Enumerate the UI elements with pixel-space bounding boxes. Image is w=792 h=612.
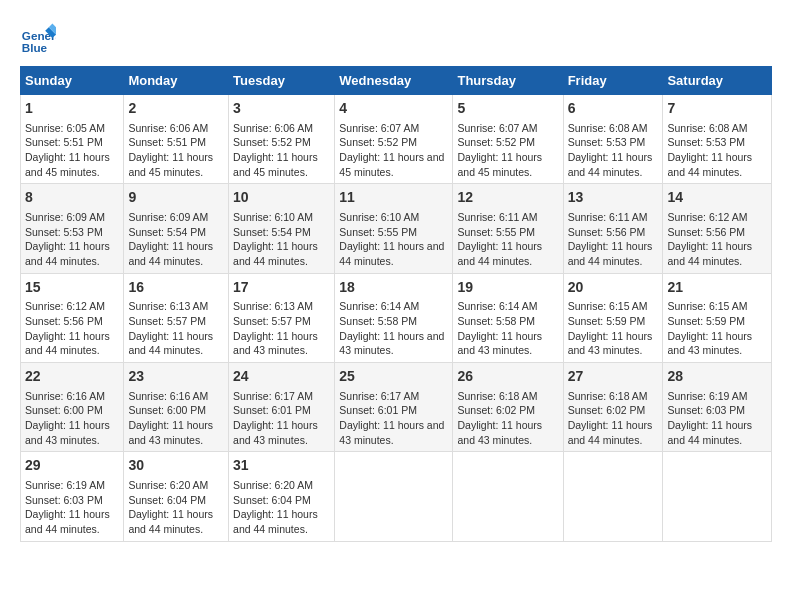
daylight-label: Daylight: 11 hours and 45 minutes. bbox=[25, 151, 110, 178]
sunset-label: Sunset: 5:53 PM bbox=[25, 226, 103, 238]
daylight-label: Daylight: 11 hours and 43 minutes. bbox=[457, 330, 542, 357]
sunrise-label: Sunrise: 6:08 AM bbox=[568, 122, 648, 134]
day-number: 8 bbox=[25, 188, 119, 208]
daylight-label: Daylight: 11 hours and 43 minutes. bbox=[339, 330, 444, 357]
daylight-label: Daylight: 11 hours and 44 minutes. bbox=[667, 240, 752, 267]
day-number: 21 bbox=[667, 278, 767, 298]
sunrise-label: Sunrise: 6:13 AM bbox=[128, 300, 208, 312]
day-number: 26 bbox=[457, 367, 558, 387]
cell-w3-d4: 19Sunrise: 6:14 AMSunset: 5:58 PMDayligh… bbox=[453, 273, 563, 362]
sunrise-label: Sunrise: 6:10 AM bbox=[339, 211, 419, 223]
week-row-3: 15Sunrise: 6:12 AMSunset: 5:56 PMDayligh… bbox=[21, 273, 772, 362]
daylight-label: Daylight: 11 hours and 45 minutes. bbox=[128, 151, 213, 178]
day-number: 30 bbox=[128, 456, 224, 476]
day-number: 31 bbox=[233, 456, 330, 476]
sunset-label: Sunset: 5:58 PM bbox=[339, 315, 417, 327]
sunrise-label: Sunrise: 6:11 AM bbox=[457, 211, 537, 223]
daylight-label: Daylight: 11 hours and 44 minutes. bbox=[25, 508, 110, 535]
header-tuesday: Tuesday bbox=[229, 67, 335, 95]
daylight-label: Daylight: 11 hours and 44 minutes. bbox=[128, 330, 213, 357]
sunrise-label: Sunrise: 6:14 AM bbox=[457, 300, 537, 312]
day-number: 19 bbox=[457, 278, 558, 298]
sunset-label: Sunset: 5:51 PM bbox=[25, 136, 103, 148]
day-number: 12 bbox=[457, 188, 558, 208]
sunset-label: Sunset: 5:53 PM bbox=[568, 136, 646, 148]
sunrise-label: Sunrise: 6:06 AM bbox=[128, 122, 208, 134]
sunset-label: Sunset: 6:02 PM bbox=[568, 404, 646, 416]
day-number: 1 bbox=[25, 99, 119, 119]
sunset-label: Sunset: 5:54 PM bbox=[233, 226, 311, 238]
sunrise-label: Sunrise: 6:10 AM bbox=[233, 211, 313, 223]
day-number: 25 bbox=[339, 367, 448, 387]
cell-w2-d3: 11Sunrise: 6:10 AMSunset: 5:55 PMDayligh… bbox=[335, 184, 453, 273]
cell-w5-d3 bbox=[335, 452, 453, 541]
cell-w4-d0: 22Sunrise: 6:16 AMSunset: 6:00 PMDayligh… bbox=[21, 363, 124, 452]
daylight-label: Daylight: 11 hours and 44 minutes. bbox=[128, 240, 213, 267]
sunset-label: Sunset: 6:00 PM bbox=[128, 404, 206, 416]
day-number: 28 bbox=[667, 367, 767, 387]
sunrise-label: Sunrise: 6:17 AM bbox=[339, 390, 419, 402]
daylight-label: Daylight: 11 hours and 44 minutes. bbox=[457, 240, 542, 267]
cell-w4-d1: 23Sunrise: 6:16 AMSunset: 6:00 PMDayligh… bbox=[124, 363, 229, 452]
day-number: 2 bbox=[128, 99, 224, 119]
sunrise-label: Sunrise: 6:16 AM bbox=[25, 390, 105, 402]
calendar-table: SundayMondayTuesdayWednesdayThursdayFrid… bbox=[20, 66, 772, 542]
cell-w4-d4: 26Sunrise: 6:18 AMSunset: 6:02 PMDayligh… bbox=[453, 363, 563, 452]
sunrise-label: Sunrise: 6:09 AM bbox=[25, 211, 105, 223]
cell-w1-d5: 6Sunrise: 6:08 AMSunset: 5:53 PMDaylight… bbox=[563, 95, 663, 184]
day-number: 4 bbox=[339, 99, 448, 119]
daylight-label: Daylight: 11 hours and 43 minutes. bbox=[233, 330, 318, 357]
cell-w3-d6: 21Sunrise: 6:15 AMSunset: 5:59 PMDayligh… bbox=[663, 273, 772, 362]
sunset-label: Sunset: 6:04 PM bbox=[128, 494, 206, 506]
daylight-label: Daylight: 11 hours and 44 minutes. bbox=[233, 240, 318, 267]
sunrise-label: Sunrise: 6:06 AM bbox=[233, 122, 313, 134]
daylight-label: Daylight: 11 hours and 44 minutes. bbox=[667, 419, 752, 446]
sunset-label: Sunset: 5:56 PM bbox=[667, 226, 745, 238]
cell-w4-d5: 27Sunrise: 6:18 AMSunset: 6:02 PMDayligh… bbox=[563, 363, 663, 452]
sunset-label: Sunset: 6:03 PM bbox=[25, 494, 103, 506]
daylight-label: Daylight: 11 hours and 44 minutes. bbox=[128, 508, 213, 535]
header-monday: Monday bbox=[124, 67, 229, 95]
sunrise-label: Sunrise: 6:19 AM bbox=[25, 479, 105, 491]
daylight-label: Daylight: 11 hours and 45 minutes. bbox=[457, 151, 542, 178]
daylight-label: Daylight: 11 hours and 45 minutes. bbox=[339, 151, 444, 178]
sunrise-label: Sunrise: 6:12 AM bbox=[667, 211, 747, 223]
sunset-label: Sunset: 5:56 PM bbox=[568, 226, 646, 238]
sunset-label: Sunset: 5:54 PM bbox=[128, 226, 206, 238]
day-number: 27 bbox=[568, 367, 659, 387]
day-number: 23 bbox=[128, 367, 224, 387]
sunset-label: Sunset: 5:59 PM bbox=[667, 315, 745, 327]
sunset-label: Sunset: 6:01 PM bbox=[339, 404, 417, 416]
sunrise-label: Sunrise: 6:16 AM bbox=[128, 390, 208, 402]
sunset-label: Sunset: 5:59 PM bbox=[568, 315, 646, 327]
daylight-label: Daylight: 11 hours and 44 minutes. bbox=[25, 330, 110, 357]
sunset-label: Sunset: 5:51 PM bbox=[128, 136, 206, 148]
sunrise-label: Sunrise: 6:11 AM bbox=[568, 211, 648, 223]
sunrise-label: Sunrise: 6:05 AM bbox=[25, 122, 105, 134]
week-row-4: 22Sunrise: 6:16 AMSunset: 6:00 PMDayligh… bbox=[21, 363, 772, 452]
daylight-label: Daylight: 11 hours and 43 minutes. bbox=[25, 419, 110, 446]
sunrise-label: Sunrise: 6:20 AM bbox=[233, 479, 313, 491]
week-row-5: 29Sunrise: 6:19 AMSunset: 6:03 PMDayligh… bbox=[21, 452, 772, 541]
cell-w1-d0: 1Sunrise: 6:05 AMSunset: 5:51 PMDaylight… bbox=[21, 95, 124, 184]
cell-w4-d6: 28Sunrise: 6:19 AMSunset: 6:03 PMDayligh… bbox=[663, 363, 772, 452]
sunrise-label: Sunrise: 6:07 AM bbox=[457, 122, 537, 134]
sunrise-label: Sunrise: 6:14 AM bbox=[339, 300, 419, 312]
cell-w1-d2: 3Sunrise: 6:06 AMSunset: 5:52 PMDaylight… bbox=[229, 95, 335, 184]
daylight-label: Daylight: 11 hours and 44 minutes. bbox=[667, 151, 752, 178]
day-number: 3 bbox=[233, 99, 330, 119]
sunset-label: Sunset: 5:52 PM bbox=[339, 136, 417, 148]
sunrise-label: Sunrise: 6:09 AM bbox=[128, 211, 208, 223]
day-number: 13 bbox=[568, 188, 659, 208]
logo-icon: General Blue bbox=[20, 20, 56, 56]
week-row-1: 1Sunrise: 6:05 AMSunset: 5:51 PMDaylight… bbox=[21, 95, 772, 184]
cell-w5-d2: 31Sunrise: 6:20 AMSunset: 6:04 PMDayligh… bbox=[229, 452, 335, 541]
cell-w5-d4 bbox=[453, 452, 563, 541]
sunrise-label: Sunrise: 6:17 AM bbox=[233, 390, 313, 402]
sunset-label: Sunset: 5:58 PM bbox=[457, 315, 535, 327]
day-number: 9 bbox=[128, 188, 224, 208]
sunset-label: Sunset: 5:52 PM bbox=[233, 136, 311, 148]
sunrise-label: Sunrise: 6:20 AM bbox=[128, 479, 208, 491]
sunset-label: Sunset: 5:57 PM bbox=[128, 315, 206, 327]
sunset-label: Sunset: 5:53 PM bbox=[667, 136, 745, 148]
